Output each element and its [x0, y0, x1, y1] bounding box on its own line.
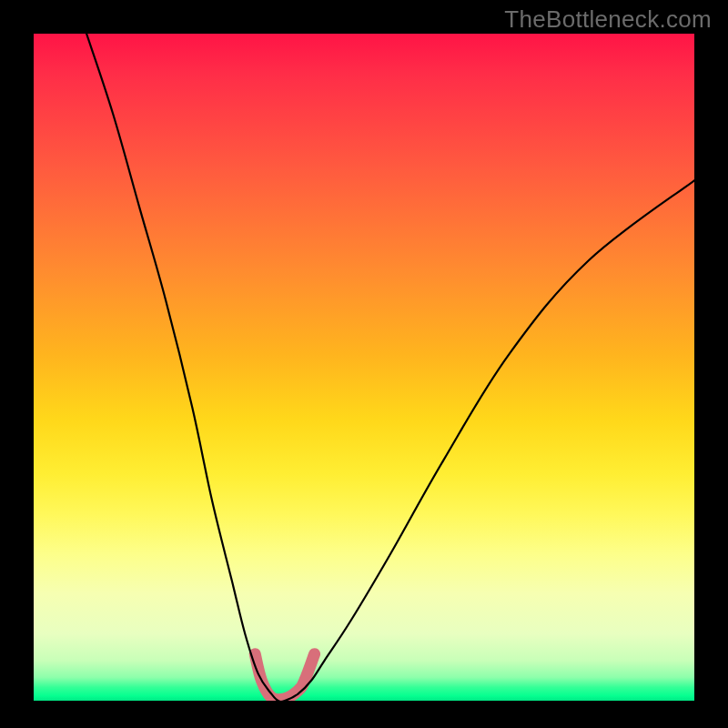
- plot-area: [34, 34, 694, 701]
- highlight-curve: [255, 654, 314, 700]
- main-curve: [86, 34, 694, 701]
- chart-frame: TheBottleneck.com: [0, 0, 728, 728]
- curve-layer: [34, 34, 694, 701]
- watermark-text: TheBottleneck.com: [504, 5, 712, 34]
